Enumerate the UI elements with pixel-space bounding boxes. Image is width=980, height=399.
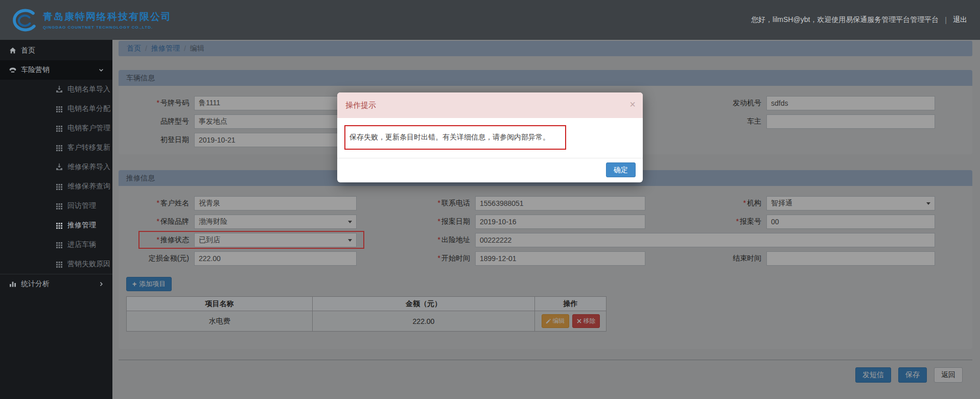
brand-name-en: QINGDAO COUNTNET TECHNOLOGY CO.,LTD. [43,25,172,30]
sidebar-item-auto-insurance-marketing[interactable]: 车险营销 [0,60,112,80]
grid-icon [55,182,63,191]
grid-icon [55,202,63,210]
grid-icon [55,241,63,249]
chevron-right-icon [98,281,104,287]
sidebar-item-maintenance-query[interactable]: 维修保养查询 [0,177,112,196]
home-icon [9,46,17,55]
grid-icon [55,105,63,113]
sidebar-item-statistics[interactable]: 统计分析 [0,274,112,293]
sidebar-item-telesales-list-import[interactable]: 电销名单导入 [0,80,112,99]
sidebar-item-customer-transfer-renew[interactable]: 客户转移复新 [0,138,112,157]
grid-icon [55,124,63,132]
alert-modal: 操作提示 × 保存失败，更新条目时出错。有关详细信息，请参阅内部异常。 确定 [337,92,643,182]
sidebar-item-marketing-fail-reason[interactable]: 营销失败原因 [0,254,112,274]
import-icon [55,163,63,171]
grid-icon [55,144,63,152]
sidebar-item-instore-vehicles[interactable]: 进店车辆 [0,235,112,254]
confirm-button[interactable]: 确定 [606,162,636,177]
sidebar-item-telesales-list-assign[interactable]: 电销名单分配 [0,99,112,119]
chevron-down-icon [98,67,104,73]
close-icon[interactable]: × [629,99,636,109]
grid-icon [55,221,63,229]
modal-header: 操作提示 × [337,92,643,118]
top-navbar: 青岛康特网络科技有限公司 QINGDAO COUNTNET TECHNOLOGY… [0,0,980,40]
error-message-box: 保存失败，更新条目时出错。有关详细信息，请参阅内部异常。 [344,125,566,150]
sidebar: 首页 车险营销 电销名单导入 电销名单分配 电销客户管理 客户转移复新 维修保养… [0,40,112,399]
sidebar-item-telesales-customer-mgmt[interactable]: 电销客户管理 [0,119,112,138]
brand-logo: 青岛康特网络科技有限公司 QINGDAO COUNTNET TECHNOLOGY… [0,8,172,32]
bar-chart-icon [9,280,17,288]
sidebar-item-repair-referral-mgmt[interactable]: 推修管理 [0,216,112,235]
grid-icon [55,260,63,268]
brand-name-cn: 青岛康特网络科技有限公司 [43,10,172,24]
user-greeting: 您好，lilmSH@ybt，欢迎使用易保通服务管理平台管理平台 [751,15,939,25]
logout-link[interactable]: 退出 [953,15,967,25]
sidebar-item-maintenance-import[interactable]: 维修保养导入 [0,157,112,177]
phone-icon [9,66,17,74]
sidebar-item-revisit-mgmt[interactable]: 回访管理 [0,196,112,216]
sidebar-item-home[interactable]: 首页 [0,41,112,60]
modal-title: 操作提示 [345,101,376,110]
nav-divider: | [945,16,947,24]
modal-footer: 确定 [337,158,643,182]
modal-body: 保存失败，更新条目时出错。有关详细信息，请参阅内部异常。 [337,118,643,158]
import-icon [55,85,63,93]
company-logo-icon [8,8,38,32]
